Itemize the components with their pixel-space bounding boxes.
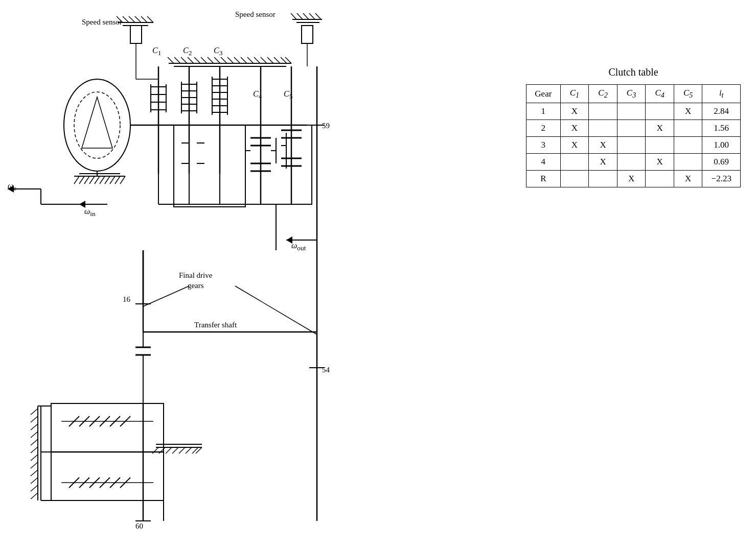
table-row: R X X −2.23 [526,171,741,187]
gear-2: 2 [526,120,561,137]
r4-c5 [674,154,702,171]
c5-label: C5 [284,89,292,101]
col-c5: C5 [674,85,702,103]
svg-line-150 [31,485,38,491]
clutch-table-area: Clutch table Gear C1 C2 C3 C4 C5 it 1 X [526,66,741,187]
r1-c1: X [560,103,589,120]
rR-c5: X [674,171,702,187]
svg-line-49 [188,57,194,63]
svg-line-8 [105,176,110,184]
svg-line-148 [31,470,38,476]
c4-label: C4 [253,89,262,101]
svg-line-60 [261,57,267,63]
c2-label: C2 [183,46,192,57]
node-16-label: 16 [123,295,130,304]
svg-line-145 [31,447,38,453]
omega-e-label: ωe [8,181,16,193]
r4-c2: X [589,154,617,171]
svg-line-7 [100,176,105,184]
r1-c2 [589,103,617,120]
svg-line-147 [31,462,38,468]
svg-rect-90 [302,26,313,43]
transfer-shaft-label: Transfer shaft [194,321,237,329]
r2-c4: X [646,120,674,137]
svg-line-149 [31,478,38,484]
col-c2: C2 [589,85,617,103]
svg-line-52 [208,57,214,63]
r2-c5 [674,120,702,137]
svg-line-146 [31,455,38,461]
clutch-table: Gear C1 C2 C3 C4 C5 it 1 X X 2.84 [526,84,741,187]
svg-line-11 [120,176,125,184]
svg-line-6 [95,176,100,184]
svg-line-59 [254,57,260,63]
r3-it: 1.00 [702,137,741,154]
r2-c1: X [560,120,589,137]
svg-line-24 [129,16,135,22]
svg-line-140 [31,409,38,415]
col-gear: Gear [526,85,561,103]
svg-line-4 [84,176,89,184]
speed-sensor-left-label: Speed sensor [82,18,122,27]
svg-rect-102 [245,125,312,204]
r4-it: 0.69 [702,154,741,171]
svg-line-96 [303,13,309,19]
table-row: 3 X X 1.00 [526,137,741,154]
r1-c3 [617,103,646,120]
svg-line-50 [194,57,200,63]
r3-c1: X [560,137,589,154]
schematic-diagram [0,0,460,549]
svg-line-3 [79,176,84,184]
svg-line-141 [31,416,38,422]
r1-it: 2.84 [702,103,741,120]
svg-line-161 [186,447,192,453]
gear-1: 1 [526,103,561,120]
svg-line-158 [166,447,172,453]
svg-line-10 [115,176,120,184]
svg-line-46 [168,57,174,63]
gear-4: 4 [526,154,561,171]
rR-c3: X [617,171,646,187]
rR-c1 [560,171,589,187]
table-row: 2 X X 1.56 [526,120,741,137]
col-it: it [702,85,741,103]
svg-line-160 [179,447,185,453]
r4-c1 [560,154,589,171]
svg-line-48 [181,57,187,63]
svg-line-143 [31,432,38,438]
r2-it: 1.56 [702,120,741,137]
svg-line-142 [31,424,38,430]
svg-line-58 [247,57,254,63]
svg-line-23 [123,16,129,22]
svg-rect-118 [174,125,245,207]
c1-label: C1 [152,46,161,57]
r2-c3 [617,120,646,137]
svg-line-97 [309,13,315,19]
r3-c5 [674,137,702,154]
svg-line-56 [234,57,240,63]
svg-marker-14 [82,97,112,148]
svg-line-51 [201,57,207,63]
omega-in-label: ωin [84,207,96,218]
svg-line-62 [274,57,280,63]
col-c1: C1 [560,85,589,103]
svg-line-144 [31,439,38,445]
node-54-label: 54 [322,366,330,374]
svg-line-159 [172,447,178,453]
svg-line-55 [227,57,234,63]
final-drive-label: Final drivegears [179,271,212,291]
col-c4: C4 [646,85,674,103]
svg-line-54 [221,57,227,63]
svg-line-27 [147,16,153,22]
svg-line-9 [110,176,115,184]
svg-line-61 [267,57,273,63]
svg-line-26 [141,16,147,22]
r3-c2: X [589,137,617,154]
rR-c2 [589,171,617,187]
svg-line-47 [174,57,180,63]
r1-c5: X [674,103,702,120]
svg-line-53 [214,57,220,63]
main-container: Speed sensor Speed sensor C1 C2 C3 C4 C5… [0,0,756,549]
svg-line-98 [315,13,321,19]
r3-c4 [646,137,674,154]
